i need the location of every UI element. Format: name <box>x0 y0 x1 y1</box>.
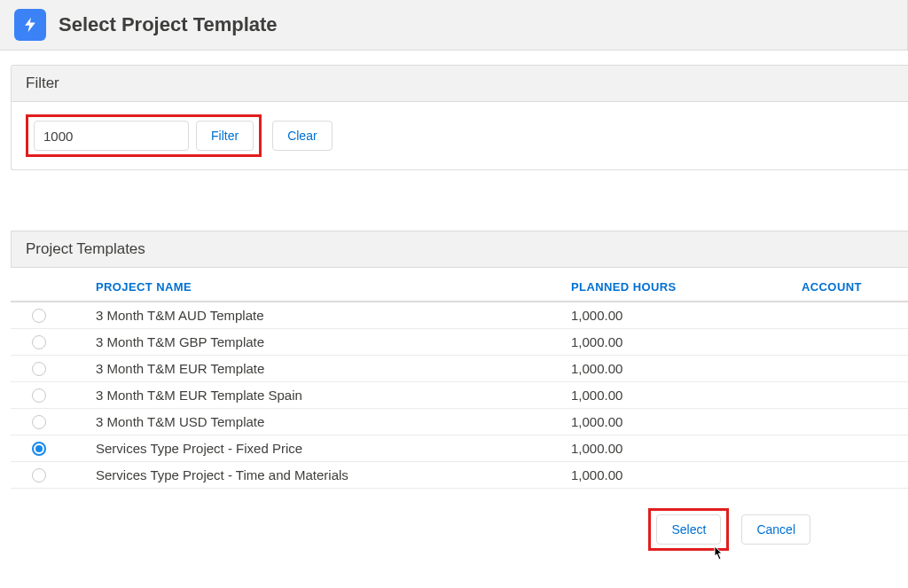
footer-actions: Select Cancel <box>11 489 908 551</box>
row-project-name: 3 Month T&M AUD Template <box>64 308 571 323</box>
table-row[interactable]: 3 Month T&M GBP Template1,000.00 <box>11 329 908 356</box>
table-row[interactable]: 3 Month T&M EUR Template1,000.00 <box>11 356 908 382</box>
lightning-icon <box>14 9 46 41</box>
clear-button[interactable]: Clear <box>272 121 332 151</box>
filter-panel-title: Filter <box>12 66 908 102</box>
row-project-name: 3 Month T&M EUR Template Spain <box>64 388 571 403</box>
row-planned-hours: 1,000.00 <box>571 308 802 323</box>
row-project-name: 3 Month T&M USD Template <box>64 414 571 429</box>
row-project-name: Services Type Project - Fixed Price <box>64 441 571 456</box>
templates-panel: Project Templates PROJECT NAME PLANNED H… <box>11 195 908 551</box>
row-planned-hours: 1,000.00 <box>571 467 802 482</box>
row-project-name: 3 Month T&M GBP Template <box>64 334 571 349</box>
row-project-name: 3 Month T&M EUR Template <box>64 361 571 376</box>
page-container: Select Project Template Filter Filter Cl… <box>0 0 908 588</box>
templates-table-body: 3 Month T&M AUD Template1,000.003 Month … <box>11 302 908 489</box>
select-button[interactable]: Select <box>656 514 721 545</box>
row-planned-hours: 1,000.00 <box>571 441 802 456</box>
table-row[interactable]: 3 Month T&M USD Template1,000.00 <box>11 409 908 435</box>
select-button-highlight: Select <box>648 508 729 551</box>
table-row[interactable]: Services Type Project - Time and Materia… <box>11 462 908 489</box>
cancel-button[interactable]: Cancel <box>741 514 810 545</box>
column-header-name: PROJECT NAME <box>64 280 571 294</box>
table-row[interactable]: Services Type Project - Fixed Price1,000… <box>11 435 908 462</box>
filter-panel: Filter Filter Clear <box>11 65 908 170</box>
table-row[interactable]: 3 Month T&M AUD Template1,000.00 <box>11 302 908 329</box>
row-planned-hours: 1,000.00 <box>571 388 802 403</box>
page-header-bar: Select Project Template <box>0 0 908 51</box>
templates-panel-title: Project Templates <box>11 231 908 268</box>
row-project-name: Services Type Project - Time and Materia… <box>64 467 571 482</box>
row-radio[interactable] <box>32 309 46 323</box>
row-planned-hours: 1,000.00 <box>571 361 802 376</box>
row-planned-hours: 1,000.00 <box>571 334 802 349</box>
row-radio[interactable] <box>32 442 46 456</box>
row-radio[interactable] <box>32 362 46 376</box>
row-radio[interactable] <box>32 335 46 349</box>
filter-button[interactable]: Filter <box>196 121 254 151</box>
row-radio[interactable] <box>32 388 46 403</box>
table-row[interactable]: 3 Month T&M EUR Template Spain1,000.00 <box>11 382 908 409</box>
row-planned-hours: 1,000.00 <box>571 414 802 429</box>
row-radio[interactable] <box>32 468 46 482</box>
templates-table-header: PROJECT NAME PLANNED HOURS ACCOUNT <box>11 273 908 302</box>
page-title: Select Project Template <box>59 13 278 36</box>
row-radio[interactable] <box>32 415 46 429</box>
filter-input-highlight: Filter <box>26 114 262 157</box>
filter-panel-body: Filter Clear <box>12 102 908 169</box>
column-header-hours: PLANNED HOURS <box>571 280 802 294</box>
filter-input[interactable] <box>34 121 189 151</box>
column-header-account: ACCOUNT <box>802 280 908 294</box>
